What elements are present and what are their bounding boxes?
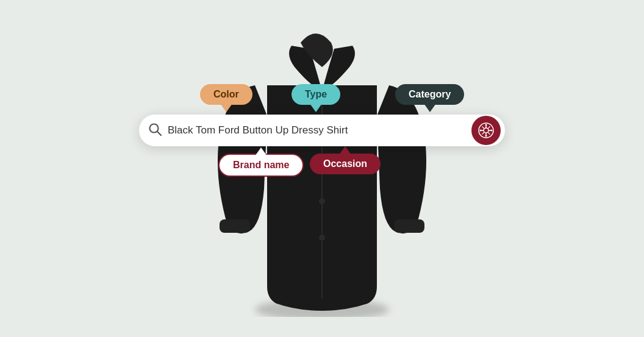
svg-point-17 <box>485 135 487 137</box>
search-query-text: Black Tom Ford Button Up Dressy Shirt <box>168 124 471 137</box>
svg-point-4 <box>319 198 325 204</box>
svg-point-5 <box>319 235 325 241</box>
svg-line-20 <box>482 127 485 129</box>
svg-line-9 <box>157 132 161 135</box>
ai-badge[interactable] <box>471 116 501 145</box>
tag-color: Color <box>200 84 252 105</box>
tag-category: Category <box>395 84 464 105</box>
tag-type: Type <box>292 84 340 105</box>
tag-occasion: Occasion <box>310 154 381 174</box>
search-icon <box>148 122 162 139</box>
svg-line-23 <box>488 132 490 135</box>
svg-line-22 <box>482 132 485 135</box>
svg-point-19 <box>491 130 493 132</box>
svg-rect-6 <box>220 219 250 233</box>
svg-line-21 <box>488 127 490 129</box>
search-bar[interactable]: Black Tom Ford Button Up Dressy Shirt <box>139 115 505 146</box>
svg-point-16 <box>485 124 487 126</box>
main-scene: Black Tom Ford Button Up Dressy Shirt <box>0 0 644 337</box>
svg-point-11 <box>484 128 488 133</box>
tag-brand-name: Brand name <box>218 154 304 177</box>
svg-rect-7 <box>394 219 424 233</box>
svg-point-18 <box>480 130 482 132</box>
